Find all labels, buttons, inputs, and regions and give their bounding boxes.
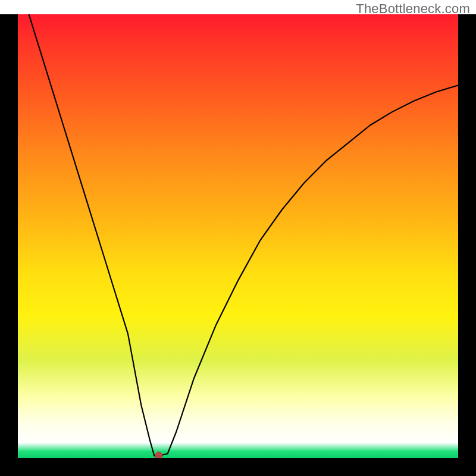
- bottleneck-curve: [18, 14, 458, 456]
- plot-frame: [0, 14, 476, 476]
- optimal-point-marker: [155, 452, 162, 458]
- curve-svg: [18, 14, 458, 458]
- chart-container: TheBottleneck.com: [0, 0, 476, 476]
- plot-area: [18, 14, 458, 458]
